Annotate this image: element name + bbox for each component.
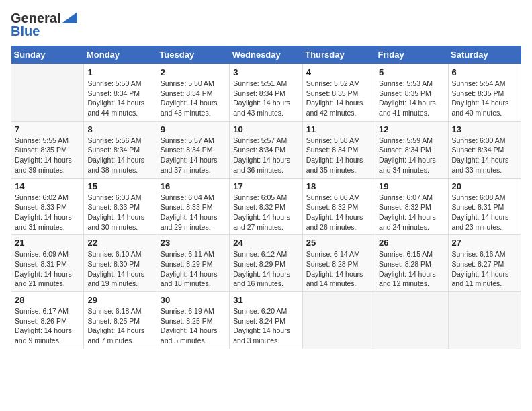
calendar-day-cell: 6Sunrise: 5:54 AMSunset: 8:35 PMDaylight… — [448, 64, 521, 122]
day-number: 7 — [15, 124, 80, 134]
calendar-day-header: Sunday — [11, 46, 84, 64]
calendar-day-cell: 11Sunrise: 5:58 AMSunset: 8:34 PMDayligh… — [302, 121, 375, 178]
day-info: Sunrise: 6:10 AMSunset: 8:30 PMDaylight:… — [87, 249, 152, 289]
calendar-day-cell: 27Sunrise: 6:16 AMSunset: 8:27 PMDayligh… — [448, 235, 521, 292]
day-info: Sunrise: 6:20 AMSunset: 8:24 PMDaylight:… — [233, 306, 298, 346]
day-info: Sunrise: 6:16 AMSunset: 8:27 PMDaylight:… — [452, 249, 517, 289]
day-number: 9 — [161, 124, 226, 134]
day-info: Sunrise: 6:17 AMSunset: 8:26 PMDaylight:… — [15, 306, 80, 346]
calendar-day-cell: 5Sunrise: 5:53 AMSunset: 8:35 PMDaylight… — [375, 64, 448, 122]
calendar-day-cell: 16Sunrise: 6:04 AMSunset: 8:33 PMDayligh… — [157, 178, 229, 235]
calendar-day-cell: 22Sunrise: 6:10 AMSunset: 8:30 PMDayligh… — [84, 235, 157, 292]
svg-marker-0 — [62, 12, 77, 23]
calendar-week-row: 21Sunrise: 6:09 AMSunset: 8:31 PMDayligh… — [11, 235, 521, 292]
day-number: 6 — [452, 67, 517, 77]
calendar-day-cell: 10Sunrise: 5:57 AMSunset: 8:34 PMDayligh… — [230, 121, 302, 178]
calendar-day-cell — [448, 292, 521, 349]
calendar-header-row: SundayMondayTuesdayWednesdayThursdayFrid… — [11, 46, 521, 64]
calendar-day-header: Thursday — [302, 46, 375, 64]
calendar-day-cell: 21Sunrise: 6:09 AMSunset: 8:31 PMDayligh… — [11, 235, 84, 292]
calendar-day-cell: 13Sunrise: 6:00 AMSunset: 8:34 PMDayligh… — [448, 121, 521, 178]
day-info: Sunrise: 5:58 AMSunset: 8:34 PMDaylight:… — [306, 136, 371, 175]
calendar-day-cell: 23Sunrise: 6:11 AMSunset: 8:29 PMDayligh… — [157, 235, 229, 292]
day-number: 20 — [452, 181, 517, 191]
calendar-day-cell — [11, 64, 84, 122]
day-number: 30 — [161, 295, 226, 305]
day-number: 4 — [306, 67, 371, 77]
day-info: Sunrise: 5:57 AMSunset: 8:34 PMDaylight:… — [161, 136, 226, 175]
day-number: 5 — [379, 67, 444, 77]
day-info: Sunrise: 6:03 AMSunset: 8:33 PMDaylight:… — [87, 193, 152, 232]
day-info: Sunrise: 6:18 AMSunset: 8:25 PMDaylight:… — [87, 306, 152, 346]
calendar-day-cell — [302, 292, 375, 349]
calendar-day-header: Wednesday — [230, 46, 302, 64]
day-number: 29 — [87, 295, 152, 305]
day-number: 14 — [15, 181, 80, 191]
day-number: 2 — [161, 67, 226, 77]
calendar-day-cell: 25Sunrise: 6:14 AMSunset: 8:28 PMDayligh… — [302, 235, 375, 292]
page-header: General Blue — [11, 11, 521, 39]
day-number: 26 — [379, 238, 444, 248]
calendar-day-cell: 12Sunrise: 5:59 AMSunset: 8:34 PMDayligh… — [375, 121, 448, 178]
logo-blue-text: Blue — [11, 24, 40, 39]
day-number: 13 — [452, 124, 517, 134]
calendar-day-cell: 4Sunrise: 5:52 AMSunset: 8:35 PMDaylight… — [302, 64, 375, 122]
calendar-day-cell: 8Sunrise: 5:56 AMSunset: 8:34 PMDaylight… — [84, 121, 157, 178]
day-info: Sunrise: 6:15 AMSunset: 8:28 PMDaylight:… — [379, 249, 444, 289]
day-info: Sunrise: 6:08 AMSunset: 8:31 PMDaylight:… — [452, 193, 517, 232]
logo: General Blue — [11, 11, 77, 39]
calendar-day-cell: 29Sunrise: 6:18 AMSunset: 8:25 PMDayligh… — [84, 292, 157, 349]
day-number: 21 — [15, 238, 80, 248]
day-info: Sunrise: 6:12 AMSunset: 8:29 PMDaylight:… — [233, 249, 298, 289]
day-info: Sunrise: 6:05 AMSunset: 8:32 PMDaylight:… — [233, 193, 298, 232]
calendar-day-header: Friday — [375, 46, 448, 64]
calendar-day-cell: 17Sunrise: 6:05 AMSunset: 8:32 PMDayligh… — [230, 178, 302, 235]
day-info: Sunrise: 6:09 AMSunset: 8:31 PMDaylight:… — [15, 249, 80, 289]
day-number: 27 — [452, 238, 517, 248]
day-info: Sunrise: 5:55 AMSunset: 8:35 PMDaylight:… — [15, 136, 80, 175]
day-number: 18 — [306, 181, 371, 191]
day-number: 16 — [161, 181, 226, 191]
calendar-day-cell — [375, 292, 448, 349]
day-info: Sunrise: 5:53 AMSunset: 8:35 PMDaylight:… — [379, 79, 444, 118]
day-number: 11 — [306, 124, 371, 134]
day-info: Sunrise: 6:00 AMSunset: 8:34 PMDaylight:… — [452, 136, 517, 175]
day-info: Sunrise: 6:11 AMSunset: 8:29 PMDaylight:… — [161, 249, 226, 289]
calendar-day-cell: 3Sunrise: 5:51 AMSunset: 8:34 PMDaylight… — [230, 64, 302, 122]
day-info: Sunrise: 6:04 AMSunset: 8:33 PMDaylight:… — [161, 193, 226, 232]
day-info: Sunrise: 5:50 AMSunset: 8:34 PMDaylight:… — [161, 79, 226, 118]
calendar-week-row: 28Sunrise: 6:17 AMSunset: 8:26 PMDayligh… — [11, 292, 521, 349]
calendar-day-header: Tuesday — [157, 46, 229, 64]
calendar-day-cell: 31Sunrise: 6:20 AMSunset: 8:24 PMDayligh… — [230, 292, 302, 349]
calendar-week-row: 1Sunrise: 5:50 AMSunset: 8:34 PMDaylight… — [11, 64, 521, 122]
day-number: 23 — [161, 238, 226, 248]
calendar-table: SundayMondayTuesdayWednesdayThursdayFrid… — [11, 46, 521, 349]
day-number: 3 — [233, 67, 298, 77]
day-number: 31 — [233, 295, 298, 305]
calendar-day-cell: 30Sunrise: 6:19 AMSunset: 8:25 PMDayligh… — [157, 292, 229, 349]
day-info: Sunrise: 5:50 AMSunset: 8:34 PMDaylight:… — [87, 79, 152, 118]
calendar-week-row: 7Sunrise: 5:55 AMSunset: 8:35 PMDaylight… — [11, 121, 521, 178]
calendar-day-header: Saturday — [448, 46, 521, 64]
day-number: 15 — [87, 181, 152, 191]
day-info: Sunrise: 6:14 AMSunset: 8:28 PMDaylight:… — [306, 249, 371, 289]
day-number: 19 — [379, 181, 444, 191]
day-info: Sunrise: 6:19 AMSunset: 8:25 PMDaylight:… — [161, 306, 226, 346]
day-info: Sunrise: 5:54 AMSunset: 8:35 PMDaylight:… — [452, 79, 517, 118]
calendar-day-cell: 26Sunrise: 6:15 AMSunset: 8:28 PMDayligh… — [375, 235, 448, 292]
day-info: Sunrise: 6:06 AMSunset: 8:32 PMDaylight:… — [306, 193, 371, 232]
calendar-day-cell: 18Sunrise: 6:06 AMSunset: 8:32 PMDayligh… — [302, 178, 375, 235]
calendar-day-cell: 9Sunrise: 5:57 AMSunset: 8:34 PMDaylight… — [157, 121, 229, 178]
calendar-day-cell: 14Sunrise: 6:02 AMSunset: 8:33 PMDayligh… — [11, 178, 84, 235]
logo-icon — [62, 12, 77, 23]
day-number: 10 — [233, 124, 298, 134]
calendar-day-cell: 1Sunrise: 5:50 AMSunset: 8:34 PMDaylight… — [84, 64, 157, 122]
day-number: 25 — [306, 238, 371, 248]
day-number: 28 — [15, 295, 80, 305]
day-info: Sunrise: 6:02 AMSunset: 8:33 PMDaylight:… — [15, 193, 80, 232]
day-number: 8 — [87, 124, 152, 134]
calendar-day-cell: 2Sunrise: 5:50 AMSunset: 8:34 PMDaylight… — [157, 64, 229, 122]
calendar-day-cell: 19Sunrise: 6:07 AMSunset: 8:32 PMDayligh… — [375, 178, 448, 235]
day-info: Sunrise: 5:59 AMSunset: 8:34 PMDaylight:… — [379, 136, 444, 175]
day-number: 17 — [233, 181, 298, 191]
